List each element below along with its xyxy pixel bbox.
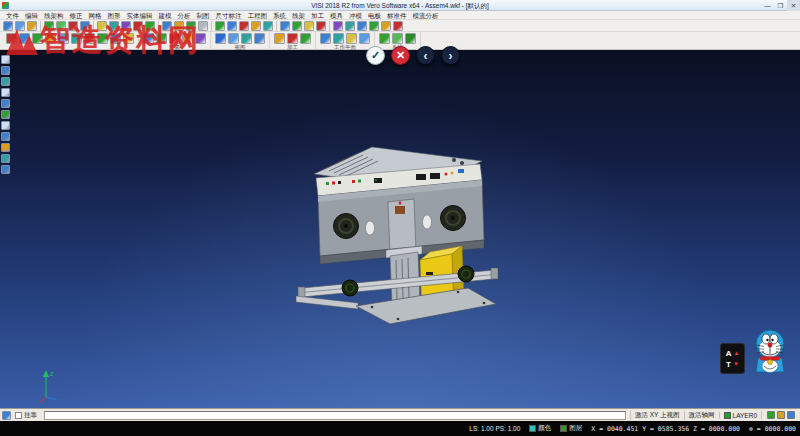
toolbar-icon[interactable] <box>381 21 391 31</box>
panel-t-label[interactable]: T <box>726 359 731 370</box>
toolbar-icon[interactable] <box>251 21 261 31</box>
menu-item-文件[interactable]: 文件 <box>3 11 22 20</box>
toolbar-icon[interactable] <box>6 33 17 44</box>
toolbar-icon[interactable] <box>280 21 290 31</box>
toolbar-icon[interactable] <box>133 21 143 31</box>
menu-item-线架[interactable]: 线架 <box>289 11 308 20</box>
toolbar-icon[interactable] <box>3 21 13 31</box>
toolbar-icon[interactable] <box>359 33 370 44</box>
toolbar-icon[interactable] <box>1 110 10 119</box>
toolbar-icon[interactable] <box>1 88 10 97</box>
layer-selector[interactable]: LAYER0 <box>719 412 761 419</box>
toolbar-icon[interactable] <box>97 21 107 31</box>
menu-item-编辑[interactable]: 编辑 <box>22 11 41 20</box>
toolbar-icon[interactable] <box>239 21 249 31</box>
toolbar-icon[interactable] <box>145 21 155 31</box>
toolbar-icon[interactable] <box>1 66 10 75</box>
menu-item-工程图[interactable]: 工程图 <box>245 11 271 20</box>
toolbar-icon[interactable] <box>68 21 78 31</box>
toolbar-icon[interactable] <box>346 33 357 44</box>
toolbar-icon[interactable] <box>186 21 196 31</box>
menu-item-实体编辑[interactable]: 实体编辑 <box>124 11 156 20</box>
toolbar-icon[interactable] <box>1 132 10 141</box>
toolbar-icon[interactable] <box>1 165 10 174</box>
toolbar-icon[interactable] <box>44 21 54 31</box>
toolbar-icon[interactable] <box>56 21 66 31</box>
toolbar-icon[interactable] <box>195 33 206 44</box>
menu-item-模具[interactable]: 模具 <box>327 11 346 20</box>
toolbar-icon[interactable] <box>300 33 311 44</box>
menu-item-系统[interactable]: 系统 <box>270 11 289 20</box>
toolbar-icon[interactable] <box>241 33 252 44</box>
menu-item-冲模[interactable]: 冲模 <box>346 11 365 20</box>
snap-toggle-icon[interactable] <box>767 411 775 419</box>
close-button[interactable]: ✕ <box>787 0 800 11</box>
toolbar-icon[interactable] <box>263 21 273 31</box>
toolbar-icon[interactable] <box>27 21 37 31</box>
ortho-toggle-icon[interactable] <box>787 411 795 419</box>
toolbar-icon[interactable] <box>254 33 265 44</box>
toolbar-icon[interactable] <box>1 99 10 108</box>
maximize-button[interactable]: ❐ <box>774 0 787 11</box>
toolbar-icon[interactable] <box>162 21 172 31</box>
toolbar-icon[interactable] <box>369 21 379 31</box>
toolbar-icon[interactable] <box>1 154 10 163</box>
toolbar-icon[interactable] <box>357 21 367 31</box>
menu-item-分析[interactable]: 分析 <box>175 11 194 20</box>
toolbar-icon[interactable] <box>143 33 154 44</box>
toolbar-icon[interactable] <box>1 77 10 86</box>
menu-item-图形[interactable]: 图形 <box>105 11 124 20</box>
menu-item-尺寸标注[interactable]: 尺寸标注 <box>213 11 245 20</box>
annotation-mini-panel[interactable]: A▲ T▼ <box>720 343 745 374</box>
toolbar-icon[interactable] <box>333 21 343 31</box>
toolbar-icon[interactable] <box>156 33 167 44</box>
toolbar-icon[interactable] <box>45 33 56 44</box>
toolbar-icon[interactable] <box>215 21 225 31</box>
menu-item-制图[interactable]: 制图 <box>194 11 213 20</box>
previous-button[interactable]: ‹ <box>416 46 435 65</box>
snap-indicator[interactable]: 激活轴网 <box>684 411 719 420</box>
command-input[interactable] <box>44 411 626 420</box>
toolbar-icon[interactable] <box>71 33 82 44</box>
toolbar-icon[interactable] <box>333 33 344 44</box>
toolbar-icon[interactable] <box>320 33 331 44</box>
toolbar-icon[interactable] <box>215 33 226 44</box>
confirm-button[interactable]: ✓ <box>366 46 385 65</box>
toolbar-icon[interactable] <box>345 21 355 31</box>
toolbar-icon[interactable] <box>1 143 10 152</box>
menu-item-电极[interactable]: 电极 <box>365 11 384 20</box>
toolbar-icon[interactable] <box>287 33 298 44</box>
toolbar-icon[interactable] <box>110 33 121 44</box>
toolbar-icon[interactable] <box>97 33 108 44</box>
toolbar-icon[interactable] <box>304 21 314 31</box>
toolbar-icon[interactable] <box>228 33 239 44</box>
toolbar-icon[interactable] <box>169 33 180 44</box>
menu-item-标准件[interactable]: 标准件 <box>384 11 410 20</box>
toolbar-icon[interactable] <box>316 21 326 31</box>
panel-a-label[interactable]: A <box>726 348 732 359</box>
minimize-button[interactable]: — <box>761 0 774 11</box>
toolbar-icon[interactable] <box>274 33 285 44</box>
viewport-3d[interactable]: Z A▲ T▼ <box>0 50 800 408</box>
color-indicator[interactable]: 颜色 <box>529 424 551 433</box>
next-button[interactable]: › <box>441 46 460 65</box>
menu-item-线架构[interactable]: 线架构 <box>41 11 67 20</box>
menu-item-修正[interactable]: 修正 <box>67 11 86 20</box>
menu-item-网格[interactable]: 网格 <box>86 11 105 20</box>
toolbar-icon[interactable] <box>84 33 95 44</box>
cancel-button[interactable]: ✕ <box>391 46 410 65</box>
dock-checkbox[interactable] <box>15 412 22 419</box>
toolbar-icon[interactable] <box>32 33 43 44</box>
toolbar-icon[interactable] <box>1 121 10 130</box>
toolbar-icon[interactable] <box>393 21 403 31</box>
menu-item-加工[interactable]: 加工 <box>308 11 327 20</box>
toolbar-icon[interactable] <box>19 33 30 44</box>
menu-item-建模[interactable]: 建模 <box>156 11 175 20</box>
toolbar-icon[interactable] <box>392 33 403 44</box>
toolbar-icon[interactable] <box>80 21 90 31</box>
toolbar-icon[interactable] <box>123 33 134 44</box>
toolbar-icon[interactable] <box>198 21 208 31</box>
toolbar-icon[interactable] <box>379 33 390 44</box>
toolbar-icon[interactable] <box>227 21 237 31</box>
workplane-indicator[interactable]: 激活 XY 上视图 <box>630 411 684 420</box>
